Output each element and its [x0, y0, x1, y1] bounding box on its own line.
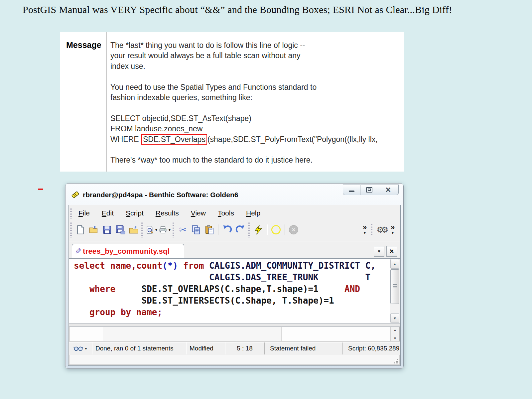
message-sql-where-line: WHERE SDE.ST_Overlaps(shape,SDE.ST_PolyF… [110, 134, 404, 145]
message-body: The *last* thing you want to do is follo… [110, 40, 404, 172]
red-dash-annotation [38, 189, 43, 190]
toolbar-overflow-button[interactable]: » ▼ [388, 223, 398, 236]
message-line: your result would always be a full table… [110, 51, 404, 61]
message-divider [106, 32, 107, 172]
save-all-button[interactable] [114, 223, 127, 236]
slide-title: PostGIS Manual was VERY Specific about “… [23, 4, 515, 15]
cancel-statement-button[interactable]: × [287, 223, 300, 236]
minimize-button[interactable] [343, 185, 360, 195]
chevron-down-icon: ▼ [377, 249, 381, 254]
glasses-icon [73, 345, 83, 351]
toolbar-right-group: » ▼ ⚙⚙ » ▼ [360, 223, 400, 237]
options-button[interactable]: ⚙⚙ [375, 223, 387, 236]
toolbar-grip[interactable] [141, 222, 143, 238]
pencil-icon: ✎ [75, 247, 81, 256]
window-titlebar[interactable]: rbrander@pd4spa - Benthic Software: Gold… [66, 184, 403, 205]
menu-item-tools[interactable]: Tools [213, 207, 239, 219]
toolbar-grip[interactable] [70, 222, 72, 238]
message-line: index use. [110, 61, 404, 71]
copy-button[interactable] [190, 223, 202, 236]
tab-trees-by-community[interactable]: ✎ trees_by_community.sql [72, 244, 184, 259]
sql-editor[interactable]: select name,count(*) from CALGIS.ADM_COM… [69, 258, 400, 323]
undo-icon [222, 225, 232, 235]
menu-item-script[interactable]: Script [121, 207, 148, 219]
scroll-up-button[interactable]: ▲ [390, 259, 399, 269]
toolbar-separator [218, 224, 218, 235]
paste-icon [204, 225, 214, 235]
tab-list-button[interactable]: ▼ [374, 246, 384, 257]
save-button[interactable] [101, 223, 113, 236]
app-icon [71, 190, 79, 199]
menu-item-view[interactable]: View [186, 207, 210, 219]
status-statement-result: Statement failed [264, 342, 342, 354]
close-file-button[interactable] [127, 223, 140, 236]
code-line: where SDE.ST_OVERLAPS(C.shape,T.shape)=1… [74, 283, 389, 295]
folder-import-icon [129, 225, 139, 235]
chevron-down-icon[interactable]: ▼ [168, 228, 171, 232]
tab-close-button[interactable]: × [386, 246, 397, 257]
chevron-down-icon: ▼ [391, 231, 394, 235]
gears-icon: ⚙⚙ [375, 226, 387, 233]
redo-button[interactable] [234, 223, 247, 236]
toolbar-overflow-button[interactable]: » ▼ [360, 223, 370, 236]
pane-splitter[interactable] [69, 324, 400, 327]
results-pane-column [103, 327, 282, 341]
up-arrow-icon: ▲ [393, 328, 397, 332]
resize-grip[interactable] [393, 358, 399, 364]
open-file-button[interactable] [87, 223, 100, 236]
execute-button[interactable] [252, 223, 265, 236]
message-sql-line: FROM landuse.zones_new [110, 124, 404, 134]
commit-button[interactable] [270, 223, 282, 236]
cut-button[interactable]: ✂ [177, 223, 189, 236]
message-line: The *last* thing you want to do is follo… [110, 40, 404, 51]
tab-bar: ✎ trees_by_community.sql ▼ × [69, 241, 400, 259]
new-file-icon [75, 225, 85, 235]
toolbar-grip[interactable] [248, 222, 250, 238]
new-file-button[interactable] [74, 223, 87, 236]
minimize-icon [349, 191, 354, 192]
describe-button[interactable]: ▼ [69, 342, 92, 354]
where-prefix: WHERE [110, 135, 141, 144]
restore-button[interactable] [360, 185, 378, 195]
undo-button[interactable] [221, 223, 233, 236]
down-arrow-icon: ▼ [393, 316, 397, 320]
menu-item-help[interactable]: Help [241, 207, 265, 219]
toolbar-grip[interactable] [173, 222, 174, 238]
blank-line [110, 71, 404, 82]
window-title: rbrander@pd4spa - Benthic Software: Gold… [83, 191, 238, 199]
redo-icon [235, 225, 245, 235]
menu-item-results[interactable]: Results [151, 207, 184, 219]
chevron-right-icon: » [363, 225, 367, 230]
close-button[interactable]: × [378, 185, 399, 195]
sql-editor-text[interactable]: select name,count(*) from CALGIS.ADM_COM… [74, 260, 389, 323]
chevron-down-icon[interactable]: ▼ [155, 228, 158, 232]
menubar-grip[interactable] [70, 208, 72, 218]
message-line: There's *way* too much to the standard t… [110, 155, 404, 165]
menu-item-file[interactable]: File [74, 207, 94, 219]
toolbar-separator [285, 224, 285, 235]
results-pane-scrollbar[interactable]: ▲ ▼ [390, 327, 399, 341]
message-line: You need to use the Spatial Types and Fu… [110, 82, 404, 92]
print-button[interactable]: ▼ [159, 223, 171, 236]
toolbar-grip[interactable] [371, 224, 372, 235]
printer-icon [159, 225, 167, 235]
scroll-down-button[interactable]: ▼ [390, 313, 399, 323]
scrollbar-thumb[interactable] [390, 269, 399, 304]
status-message: Done, ran 0 of 1 statements [92, 342, 186, 354]
copy-icon [191, 225, 201, 235]
window-client-area: FileEditScriptResultsViewToolsHelp ▼ [68, 205, 401, 366]
editor-scrollbar[interactable]: ▲ ▼ [390, 259, 400, 323]
toolbar: ▼ ▼ ✂ [69, 220, 400, 239]
chevron-down-icon: ▼ [363, 231, 366, 235]
menu-item-edit[interactable]: Edit [97, 207, 118, 219]
message-sql-line: SELECT objectid,SDE.ST_AsText(shape) [110, 113, 404, 124]
save-all-icon [115, 225, 125, 235]
highlighted-function: SDE.ST_Overlaps [141, 134, 207, 145]
open-folder-icon [89, 225, 99, 235]
print-preview-button[interactable]: ▼ [145, 223, 158, 236]
up-arrow-icon: ▲ [393, 262, 397, 266]
toolbar-separator [267, 224, 267, 235]
paste-button[interactable] [203, 223, 216, 236]
menu-bar: FileEditScriptResultsViewToolsHelp [69, 206, 400, 220]
scissors-icon: ✂ [179, 225, 187, 235]
